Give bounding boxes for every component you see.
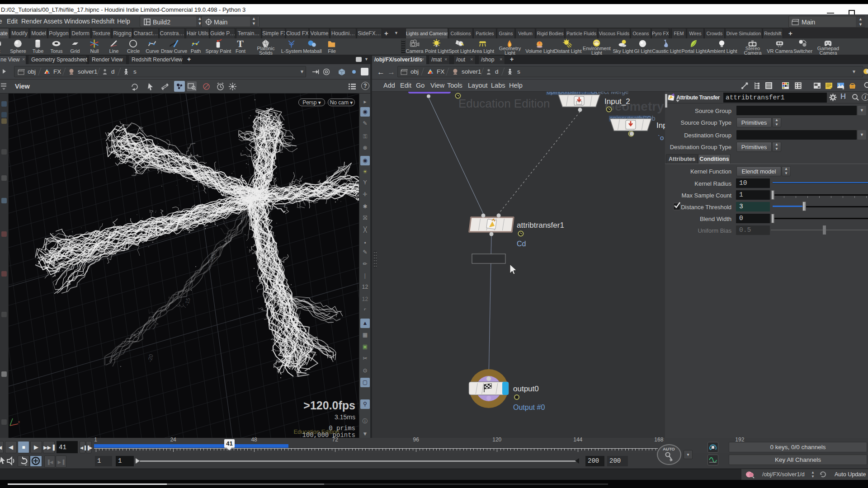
- svg-text:attribtransfer1: attribtransfer1: [517, 221, 564, 230]
- svg-text:Education Edition: Education Edition: [458, 97, 550, 110]
- svg-text:Cd: Cd: [517, 240, 526, 248]
- svg-text:Output #0: Output #0: [513, 404, 545, 411]
- svg-text:T: T: [237, 38, 244, 49]
- svg-text:+: +: [842, 87, 844, 90]
- svg-text:Input_2: Input_2: [604, 97, 630, 106]
- svg-text:-15: -15: [184, 297, 191, 306]
- svg-text:-20: -20: [146, 353, 154, 362]
- svg-text:output0: output0: [513, 385, 539, 393]
- svg-text:x: x: [18, 420, 20, 424]
- svg-text:Inp: Inp: [656, 121, 665, 130]
- svg-text:`o: `o: [658, 134, 664, 141]
